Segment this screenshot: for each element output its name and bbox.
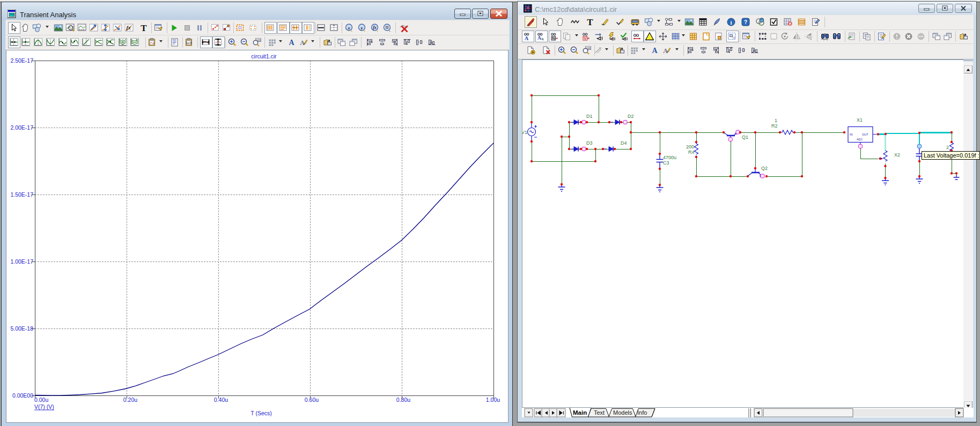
svg-text:1: 1 (775, 118, 777, 123)
svg-text:V(7) (V): V(7) (V) (34, 403, 54, 410)
svg-text:A: A (652, 47, 658, 55)
svg-text:2: 2 (946, 145, 949, 150)
svg-text:IN: IN (850, 133, 853, 136)
svg-text:D4: D4 (621, 140, 627, 146)
svg-text:X2: X2 (894, 152, 900, 158)
svg-text:A: A (663, 47, 668, 55)
svg-text:A: A (300, 39, 305, 47)
svg-text:0.00u: 0.00u (34, 397, 48, 403)
svg-text:Main: Main (573, 409, 587, 416)
svg-text:R2: R2 (771, 123, 778, 129)
svg-text:Info: Info (637, 409, 647, 416)
svg-text:1.50E-17: 1.50E-17 (10, 191, 33, 198)
svg-text:0.60u: 0.60u (305, 397, 319, 403)
svg-text:i: i (730, 19, 732, 26)
svg-text:x: x (347, 25, 350, 31)
svg-text:Models: Models (613, 409, 632, 416)
svg-text:R4: R4 (688, 150, 695, 155)
svg-text:circuit1.cir: circuit1.cir (251, 53, 277, 59)
svg-text:5.00E-18: 5.00E-18 (10, 325, 33, 332)
svg-text:fx: fx (127, 25, 131, 31)
svg-text:A: A (525, 35, 529, 41)
svg-text:X1: X1 (857, 117, 863, 123)
svg-text:Text: Text (594, 409, 605, 416)
svg-text:A: A (824, 33, 827, 36)
svg-text:D2: D2 (628, 114, 634, 119)
svg-text:0.40u: 0.40u (214, 397, 228, 403)
svg-text:V1: V1 (522, 130, 527, 135)
svg-text:200: 200 (686, 144, 694, 150)
svg-text:1.00E-17: 1.00E-17 (10, 258, 33, 265)
svg-text:?: ? (744, 19, 747, 25)
svg-text:Q1: Q1 (742, 134, 748, 140)
svg-text:Q2: Q2 (761, 166, 768, 171)
svg-text:OUT: OUT (862, 133, 868, 136)
svg-text:2.00E-17: 2.00E-17 (10, 124, 33, 131)
svg-text:D3: D3 (586, 140, 593, 146)
svg-text:D1: D1 (586, 114, 593, 119)
svg-text:T: T (587, 18, 593, 27)
svg-text:A: A (537, 35, 541, 41)
svg-text:V: V (584, 36, 586, 41)
svg-text:0.80u: 0.80u (396, 397, 410, 403)
svg-text:1.00u: 1.00u (486, 397, 500, 403)
svg-text:0.00E00: 0.00E00 (12, 392, 33, 399)
svg-text:C3: C3 (663, 160, 669, 166)
svg-text:ADJ: ADJ (857, 138, 863, 141)
svg-text:fx: fx (373, 25, 377, 30)
svg-text:T: T (141, 24, 147, 33)
svg-text:4700u: 4700u (663, 155, 676, 160)
svg-text:A: A (289, 39, 294, 47)
svg-text:0.20u: 0.20u (123, 397, 137, 403)
svg-text:123: 123 (186, 41, 192, 44)
svg-text:2.50E-17: 2.50E-17 (10, 57, 33, 64)
svg-text:N: N (552, 36, 555, 41)
svg-text:T (Secs): T (Secs) (250, 410, 271, 416)
